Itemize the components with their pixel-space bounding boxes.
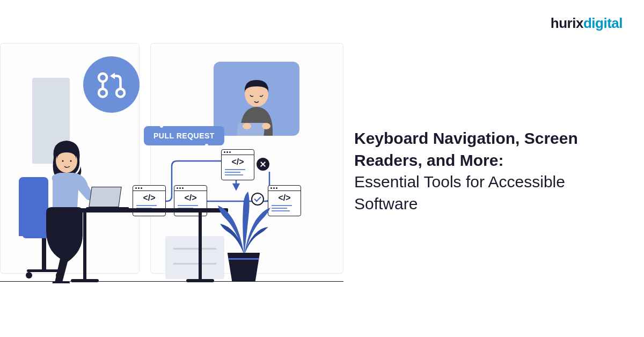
headline-bold: Keyboard Navigation, Screen Readers, and… xyxy=(354,128,617,171)
svg-point-7 xyxy=(262,123,270,129)
svg-point-2 xyxy=(116,89,125,97)
headline: Keyboard Navigation, Screen Readers, and… xyxy=(354,128,617,215)
svg-point-0 xyxy=(99,74,107,82)
laptop xyxy=(86,187,129,210)
chair-wheel xyxy=(26,272,32,279)
plant-pot xyxy=(224,253,263,282)
reject-icon xyxy=(257,158,269,171)
brand-logo: hurixdigital xyxy=(551,15,623,32)
svg-marker-8 xyxy=(233,184,239,189)
svg-point-11 xyxy=(70,160,72,162)
logo-part-1: hurix xyxy=(551,15,583,31)
svg-rect-5 xyxy=(237,123,265,136)
avatar-person-icon xyxy=(224,71,289,136)
collaborator-avatar-card xyxy=(214,62,299,136)
headline-regular: Essential Tools for Accessible Software xyxy=(354,171,617,215)
svg-point-6 xyxy=(243,123,251,129)
developer-person xyxy=(39,138,125,283)
code-window-3: </> xyxy=(221,149,254,180)
pull-request-badge: PULL REQUEST xyxy=(144,126,224,145)
svg-point-10 xyxy=(62,160,64,162)
hero-illustration: PULL REQUEST </> </> </> </> xyxy=(0,38,343,333)
plant-leaves xyxy=(215,191,274,255)
desk-foot xyxy=(186,279,214,282)
logo-part-2: digital xyxy=(583,15,623,31)
git-pull-request-icon xyxy=(83,56,140,113)
desk-leg xyxy=(199,213,202,281)
svg-point-1 xyxy=(99,89,107,97)
